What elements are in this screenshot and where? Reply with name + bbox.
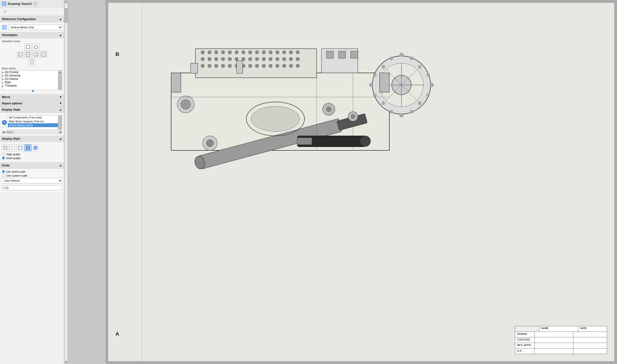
style-btn-hlr[interactable] [17, 144, 24, 151]
import-options-header[interactable]: Import options ▼ [0, 100, 64, 106]
more-views-scrollbar[interactable]: ▲ ▼ [58, 70, 62, 90]
scroll-up-arrow[interactable]: ▲ [58, 70, 62, 74]
ds-scroll-down[interactable]: ▼ [58, 126, 62, 130]
view-btn-single[interactable] [29, 59, 35, 65]
more-views-item-frontal[interactable]: ▶ (A) Frontal [2, 70, 58, 74]
display-style-content: High quality Draft quality [0, 142, 64, 162]
panel-scrollbar[interactable]: ▲ ▼ [64, 0, 68, 364]
reference-config-header[interactable]: Reference Configuration ▲ [0, 16, 64, 22]
view-btn-left[interactable] [17, 51, 24, 58]
reference-config-select[interactable]: Vertical Motion Only Default Motion1 [8, 25, 62, 30]
orientation-header[interactable]: Orientation ▲ [0, 32, 64, 38]
svg-rect-121 [297, 138, 312, 144]
mirror-header[interactable]: Mirror ▼ [0, 94, 64, 100]
svg-point-56 [296, 57, 300, 61]
svg-point-69 [282, 64, 286, 68]
display-style-header[interactable]: Display Style ▲ [0, 136, 64, 142]
confirm-button[interactable]: ✓ [2, 9, 9, 15]
dashed-vertical-line [142, 3, 142, 361]
drawing-view-icon [2, 1, 6, 6]
info-icon[interactable]: i [33, 2, 37, 6]
svg-point-65 [255, 64, 259, 68]
more-views-item-derecha[interactable]: ▶ (A) Derecha [2, 74, 58, 77]
svg-point-51 [262, 57, 266, 61]
svg-point-54 [282, 57, 286, 61]
quality-draft-row: Draft quality [2, 156, 62, 160]
svg-point-70 [289, 64, 293, 68]
custom-scale-select-row: User Defined 1:1 1:2 1:5 1:10 [2, 178, 62, 183]
more-views-item-inferior[interactable]: ▶ (A) Inferior [2, 77, 58, 81]
scroll-down-arrow[interactable]: ▼ [58, 86, 62, 90]
svg-point-29 [214, 50, 218, 54]
svg-rect-15 [42, 52, 46, 56]
svg-point-80 [399, 113, 403, 117]
svg-point-37 [269, 50, 273, 54]
ds-item-0[interactable]: All Components_Free motio [8, 116, 58, 119]
views-row-1 [25, 44, 39, 50]
view-btn-front[interactable] [25, 44, 31, 50]
svg-point-68 [275, 64, 279, 68]
svg-point-50 [255, 57, 259, 61]
use-custom-scale-radio[interactable] [2, 174, 5, 177]
resize-handle[interactable] [68, 0, 69, 364]
more-views-item-start[interactable]: ▶ Start [2, 81, 58, 84]
tb-mfg-label: MFG APPR. [515, 343, 535, 348]
style-btn-shaded[interactable] [32, 144, 39, 151]
svg-point-64 [248, 64, 252, 68]
custom-scale-select[interactable]: User Defined 1:1 1:2 1:5 1:10 [2, 178, 62, 183]
svg-rect-108 [380, 73, 389, 92]
use-sheet-scale-radio[interactable] [2, 170, 5, 173]
svg-point-83 [382, 65, 385, 68]
style-btn-wireframe[interactable] [2, 144, 9, 151]
svg-point-89 [390, 110, 393, 113]
more-views-item-trimetric[interactable]: ▶ *Trimetric [2, 84, 58, 87]
config-icon: C [2, 25, 7, 30]
style-btn-hlv[interactable] [10, 144, 16, 151]
high-quality-radio[interactable] [2, 153, 5, 156]
svg-rect-115 [338, 51, 346, 58]
scale-value-row [2, 184, 62, 190]
svg-point-103 [251, 106, 300, 131]
svg-point-31 [228, 50, 232, 54]
scale-value-input[interactable] [2, 185, 62, 190]
scale-header[interactable]: Scale ▲ [0, 162, 64, 169]
draft-quality-radio[interactable] [2, 156, 5, 160]
display-state-list[interactable]: All Components_Free motio Main Boom Supp… [8, 115, 62, 130]
svg-point-53 [275, 57, 279, 61]
view-btn-right[interactable] [32, 51, 39, 58]
reference-config-arrow: ▲ [59, 17, 62, 21]
view-btn-bottom[interactable] [40, 51, 47, 58]
use-custom-scale-row: Use custom scale [2, 174, 62, 177]
svg-point-90 [410, 110, 413, 113]
style-btn-shaded-edges[interactable] [25, 144, 31, 151]
ds-hs-track[interactable] [5, 131, 59, 134]
views-row-3 [29, 59, 35, 65]
panel-scroll-down[interactable]: ▼ [65, 361, 68, 364]
window-title: Drawing View13 [8, 2, 32, 6]
use-custom-scale-label: Use custom scale [6, 174, 27, 177]
ds-scroll-up[interactable]: ▲ [58, 116, 62, 119]
svg-point-120 [360, 136, 370, 146]
svg-rect-118 [237, 61, 243, 73]
tb-checked-name [535, 337, 573, 343]
ds-hs-right-arrow[interactable]: ▶ [59, 131, 62, 134]
display-state-header[interactable]: Display State ▲ [0, 106, 64, 113]
ds-hs-left-arrow[interactable]: ◀ [2, 131, 5, 134]
panel-scroll-up[interactable]: ▲ [65, 0, 68, 3]
more-views-list[interactable]: ▶ (A) Frontal ▶ (A) Derecha ▶ (A) Inferi… [2, 70, 58, 90]
svg-point-94 [426, 93, 430, 97]
svg-point-30 [221, 50, 225, 54]
ds-item-2[interactable]: mixed display states [8, 123, 58, 127]
ds-scrollbar[interactable]: ▲ ▼ [58, 116, 62, 130]
display-style-arrow: ▲ [59, 137, 62, 141]
view-btn-trimetric[interactable] [32, 44, 39, 50]
panel-header: Drawing View13 i [0, 0, 64, 8]
config-select-row: C Vertical Motion Only Default Motion1 [2, 25, 62, 30]
drawing-sheet: B A [108, 2, 615, 362]
view-btn-4view[interactable] [25, 51, 31, 58]
ds-item-1[interactable]: Main Boom Support_Free mo [8, 119, 58, 123]
draft-quality-label: Draft quality [6, 157, 21, 160]
panel-scroll-track[interactable] [65, 3, 68, 361]
import-options-arrow: ▼ [59, 102, 62, 105]
svg-point-34 [248, 50, 252, 54]
